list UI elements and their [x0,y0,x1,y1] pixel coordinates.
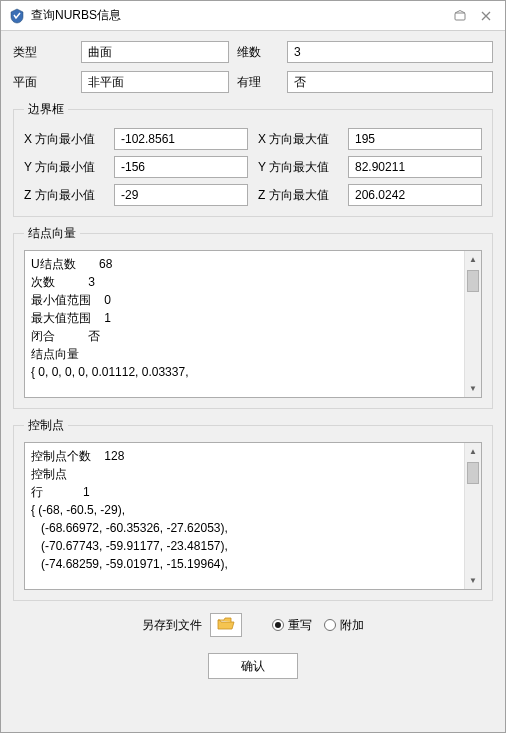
folder-icon [217,617,235,634]
control-points-textarea[interactable]: 控制点个数 128 控制点 行 1 { (-68, -60.5, -29), (… [24,442,482,590]
zmin-value: -29 [114,184,248,206]
knot-line: 最大值范围 1 [31,309,461,327]
cp-line: (-74.68259, -59.01971, -15.19964), [31,555,461,573]
knot-line: 闭合 否 [31,327,461,345]
write-mode-radios: 重写 附加 [272,617,364,634]
zmax-value: 206.0242 [348,184,482,206]
type-label: 类型 [13,44,73,61]
rational-label: 有理 [237,74,279,91]
cp-line: (-68.66972, -60.35326, -27.62053), [31,519,461,537]
radio-rewrite[interactable]: 重写 [272,617,312,634]
control-points-legend: 控制点 [24,417,68,434]
browse-file-button[interactable] [210,613,242,637]
knot-line: 次数 3 [31,273,461,291]
ok-button[interactable]: 确认 [208,653,298,679]
dim-label: 维数 [237,44,279,61]
xmin-label: X 方向最小值 [24,131,104,148]
radio-rewrite-label: 重写 [288,617,312,634]
window-title: 查询NURBS信息 [31,7,445,24]
scroll-down-icon[interactable]: ▼ [465,380,481,397]
zmax-label: Z 方向最大值 [258,187,338,204]
cp-line: 控制点个数 128 [31,447,461,465]
help-button[interactable] [449,7,471,25]
ymax-value: 82.90211 [348,156,482,178]
save-to-file-label: 另存到文件 [142,617,202,634]
row-type-dim: 类型 曲面 维数 3 [13,41,493,63]
bounding-box-legend: 边界框 [24,101,68,118]
dialog-content: 类型 曲面 维数 3 平面 非平面 有理 否 边界框 X 方向最小值 -102.… [1,31,505,732]
dialog-window: 查询NURBS信息 类型 曲面 维数 3 平面 非平面 有理 否 边界框 X 方… [0,0,506,733]
footer-row: 另存到文件 重写 附加 [13,613,493,637]
xmin-value: -102.8561 [114,128,248,150]
save-to-file-group: 另存到文件 [142,613,242,637]
dim-field: 3 [287,41,493,63]
knot-line: U结点数 68 [31,255,461,273]
control-points-group: 控制点 控制点个数 128 控制点 行 1 { (-68, -60.5, -29… [13,417,493,601]
scroll-thumb[interactable] [467,270,479,292]
scroll-thumb[interactable] [467,462,479,484]
scroll-up-icon[interactable]: ▲ [465,251,481,268]
knot-line: { 0, 0, 0, 0, 0.01112, 0.03337, [31,363,461,381]
xmax-value: 195 [348,128,482,150]
ok-row: 确认 [13,653,493,679]
scroll-track[interactable] [465,268,481,380]
app-icon [9,8,25,24]
radio-append[interactable]: 附加 [324,617,364,634]
cp-line: 控制点 [31,465,461,483]
ymin-value: -156 [114,156,248,178]
plane-field: 非平面 [81,71,229,93]
scroll-track[interactable] [465,460,481,572]
ymin-label: Y 方向最小值 [24,159,104,176]
plane-label: 平面 [13,74,73,91]
knot-line: 结点向量 [31,345,461,363]
knot-textarea[interactable]: U结点数 68 次数 3 最小值范围 0 最大值范围 1 闭合 否 结点向量 {… [24,250,482,398]
radio-dot-icon [272,619,284,631]
cp-line: (-70.67743, -59.91177, -23.48157), [31,537,461,555]
type-field: 曲面 [81,41,229,63]
scroll-up-icon[interactable]: ▲ [465,443,481,460]
svg-rect-0 [455,13,465,20]
titlebar: 查询NURBS信息 [1,1,505,31]
knot-line: 最小值范围 0 [31,291,461,309]
cp-line: { (-68, -60.5, -29), [31,501,461,519]
bounding-box-group: 边界框 X 方向最小值 -102.8561 X 方向最大值 195 Y 方向最小… [13,101,493,217]
close-button[interactable] [475,7,497,25]
cp-line: 行 1 [31,483,461,501]
radio-append-label: 附加 [340,617,364,634]
knot-vector-legend: 结点向量 [24,225,80,242]
rational-field: 否 [287,71,493,93]
row-plane-rational: 平面 非平面 有理 否 [13,71,493,93]
zmin-label: Z 方向最小值 [24,187,104,204]
radio-dot-icon [324,619,336,631]
ymax-label: Y 方向最大值 [258,159,338,176]
cp-scrollbar[interactable]: ▲ ▼ [464,443,481,589]
scroll-down-icon[interactable]: ▼ [465,572,481,589]
xmax-label: X 方向最大值 [258,131,338,148]
knot-scrollbar[interactable]: ▲ ▼ [464,251,481,397]
knot-vector-group: 结点向量 U结点数 68 次数 3 最小值范围 0 最大值范围 1 闭合 否 结… [13,225,493,409]
